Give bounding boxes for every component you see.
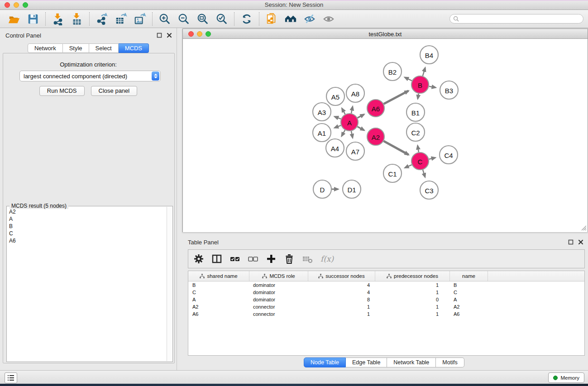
mcds-result-scrollbar[interactable] xyxy=(167,207,172,361)
graph-node-B[interactable]: B xyxy=(411,76,429,93)
graph-edge-B-B3[interactable] xyxy=(429,86,436,88)
unselect-all-button[interactable] xyxy=(247,253,259,265)
node-table[interactable]: shared nameMCDS rolesuccessor nodesprede… xyxy=(188,271,585,356)
graph-edge-C-C2[interactable] xyxy=(418,146,419,152)
graph-node-A8[interactable]: A8 xyxy=(346,84,364,102)
tab-mcds[interactable]: MCDS xyxy=(119,43,149,53)
graph-edge-A-A1[interactable] xyxy=(335,125,341,128)
float-panel-icon[interactable] xyxy=(568,239,574,245)
new-network-from-file-button[interactable] xyxy=(262,11,281,27)
graph-edge-B-B1[interactable] xyxy=(418,94,419,99)
graph-node-C1[interactable]: C1 xyxy=(383,164,402,182)
graph-node-B2[interactable]: B2 xyxy=(383,62,402,81)
graph-edge-B-B2[interactable] xyxy=(405,77,412,81)
graph-edge-C-C3[interactable] xyxy=(423,170,425,177)
tab-select[interactable]: Select xyxy=(89,43,119,53)
save-session-button[interactable] xyxy=(24,11,43,27)
tab-node-table[interactable]: Node Table xyxy=(304,357,346,367)
mcds-result-item[interactable]: A2 xyxy=(7,208,167,215)
export-image-button[interactable] xyxy=(130,11,149,27)
tab-motifs[interactable]: Motifs xyxy=(436,357,464,367)
graph-edge-C-C4[interactable] xyxy=(429,158,435,159)
column-header-predecessor-nodes[interactable]: predecessor nodes xyxy=(375,271,450,281)
graph-node-A7[interactable]: A7 xyxy=(346,142,364,160)
network-window-titlebar[interactable]: testGlobe.txt xyxy=(183,29,588,39)
graph-edge-C-C1[interactable] xyxy=(405,165,411,168)
refresh-button[interactable] xyxy=(237,11,256,27)
criterion-select[interactable]: largest connected component (directed) xyxy=(19,71,161,81)
hide-selected-button[interactable] xyxy=(300,11,319,27)
graph-node-A5[interactable]: A5 xyxy=(326,87,344,105)
tab-style[interactable]: Style xyxy=(63,43,89,53)
graph-edge-A-A7[interactable] xyxy=(351,131,353,138)
graph-node-C4[interactable]: C4 xyxy=(440,146,458,164)
create-column-button[interactable] xyxy=(265,253,277,265)
tab-edge-table[interactable]: Edge Table xyxy=(346,357,387,367)
home-button[interactable] xyxy=(281,11,300,27)
graph-node-B3[interactable]: B3 xyxy=(440,81,458,99)
column-header-MCDS-role[interactable]: MCDS role xyxy=(249,271,308,281)
delete-column-button[interactable] xyxy=(283,253,295,265)
graph-edge-A-A6[interactable] xyxy=(358,114,364,118)
close-panel-icon[interactable] xyxy=(167,33,172,38)
search-field[interactable] xyxy=(449,14,583,24)
run-mcds-button[interactable]: Run MCDS xyxy=(39,86,85,96)
graph-edge-A-A8[interactable] xyxy=(351,106,353,113)
graph-node-B4[interactable]: B4 xyxy=(420,46,438,64)
table-settings-button[interactable] xyxy=(193,253,205,265)
graph-node-D1[interactable]: D1 xyxy=(343,180,361,198)
zoom-selected-button[interactable] xyxy=(212,11,231,27)
table-row[interactable]: Bdominator41B xyxy=(188,281,584,289)
tab-network[interactable]: Network xyxy=(28,43,63,53)
graph-edge-A-A4[interactable] xyxy=(342,130,345,136)
graph-edge-A-A2[interactable] xyxy=(358,127,364,130)
graph-edge-A-A5[interactable] xyxy=(342,108,345,114)
graph-node-A6[interactable]: A6 xyxy=(367,100,384,117)
zoom-fit-button[interactable] xyxy=(193,11,212,27)
close-panel-button[interactable]: Close panel xyxy=(91,86,138,96)
column-header-name[interactable]: name xyxy=(450,271,488,281)
table-row[interactable]: Cdominator41C xyxy=(188,289,584,296)
mcds-result-item[interactable]: B xyxy=(7,223,167,230)
memory-button[interactable]: Memory xyxy=(548,372,584,383)
show-panels-button[interactable] xyxy=(5,372,17,383)
graph-node-C2[interactable]: C2 xyxy=(406,123,425,141)
mcds-result-item[interactable]: C xyxy=(7,230,167,237)
mcds-result-item[interactable]: A xyxy=(7,215,167,223)
graph-edge-A6-B[interactable] xyxy=(384,91,409,104)
graph-node-A4[interactable]: A4 xyxy=(326,139,344,157)
select-all-button[interactable] xyxy=(229,253,241,265)
network-graph-canvas[interactable]: B4B2BB3A8A5A6A3B1AA1C2A2A4A7C4CC1C3DD1 xyxy=(183,39,588,232)
column-header-shared-name[interactable]: shared name xyxy=(188,271,249,281)
graph-node-C3[interactable]: C3 xyxy=(420,181,438,199)
open-session-button[interactable] xyxy=(5,11,24,27)
graph-edge-B-B4[interactable] xyxy=(423,68,425,76)
import-table-button[interactable] xyxy=(67,11,86,27)
graph-node-A3[interactable]: A3 xyxy=(313,103,331,121)
graph-node-A[interactable]: A xyxy=(341,114,358,131)
graph-node-B1[interactable]: B1 xyxy=(406,103,425,121)
export-table-button[interactable] xyxy=(111,11,130,27)
tab-network-table[interactable]: Network Table xyxy=(387,357,436,367)
graph-node-C[interactable]: C xyxy=(411,152,429,170)
float-panel-icon[interactable] xyxy=(157,33,162,38)
table-row[interactable]: A2connector11A2 xyxy=(188,303,584,310)
graph-edge-A-A3[interactable] xyxy=(335,117,341,119)
column-header-successor-nodes[interactable]: successor nodes xyxy=(308,271,375,281)
graph-node-A2[interactable]: A2 xyxy=(367,128,384,145)
table-row[interactable]: A6connector11A6 xyxy=(188,310,584,318)
graph-edge-A2-C[interactable] xyxy=(384,141,409,155)
window-resize-grip[interactable] xyxy=(580,224,587,231)
mcds-result-item[interactable]: A6 xyxy=(7,237,167,244)
search-input[interactable] xyxy=(459,16,580,22)
table-row[interactable]: Adominator80A xyxy=(188,296,584,303)
close-panel-icon[interactable] xyxy=(578,239,583,245)
show-all-button[interactable] xyxy=(319,11,338,27)
import-network-button[interactable] xyxy=(48,11,67,27)
graph-node-A1[interactable]: A1 xyxy=(313,124,331,142)
mcds-result-list[interactable]: A2ABCA6 xyxy=(7,208,167,361)
zoom-in-button[interactable] xyxy=(155,11,174,27)
graph-node-D[interactable]: D xyxy=(313,180,331,198)
delete-table-button[interactable] xyxy=(301,253,313,265)
function-builder-button[interactable]: f(x) xyxy=(320,254,334,263)
